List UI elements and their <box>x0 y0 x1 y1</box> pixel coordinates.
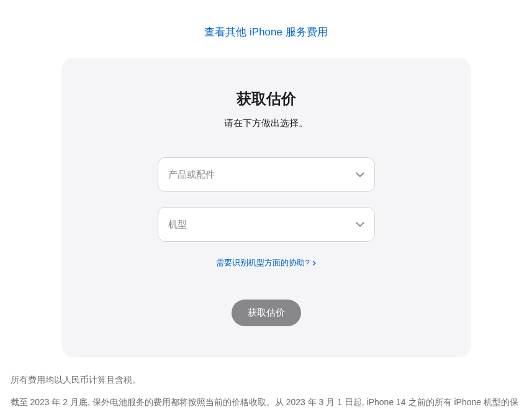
other-iphone-service-link[interactable]: 查看其他 iPhone 服务费用 <box>204 26 327 38</box>
disclaimer-line2: 截至 2023 年 2 月底, 保外电池服务的费用都将按照当前的价格收取。从 2… <box>11 395 522 412</box>
get-estimate-button[interactable]: 获取估价 <box>232 300 301 326</box>
disclaimer: 所有费用均以人民币计算且含税。 截至 2023 年 2 月底, 保外电池服务的费… <box>6 372 527 412</box>
product-select-placeholder: 产品或配件 <box>168 169 215 181</box>
chevron-right-icon <box>312 260 316 266</box>
chevron-down-icon <box>356 172 364 177</box>
model-select[interactable]: 机型 <box>158 207 375 242</box>
chevron-down-icon <box>356 222 364 227</box>
estimate-card: 获取估价 请在下方做出选择。 产品或配件 机型 需要识别机型方面的协助? 获取估… <box>61 58 471 357</box>
product-select[interactable]: 产品或配件 <box>158 157 375 192</box>
model-select-placeholder: 机型 <box>168 219 187 231</box>
disclaimer-line1: 所有费用均以人民币计算且含税。 <box>11 372 522 388</box>
help-link-label: 需要识别机型方面的协助? <box>216 257 309 268</box>
card-subtitle: 请在下方做出选择。 <box>86 117 446 129</box>
help-identify-model-link[interactable]: 需要识别机型方面的协助? <box>216 257 315 268</box>
card-title: 获取估价 <box>86 89 446 109</box>
